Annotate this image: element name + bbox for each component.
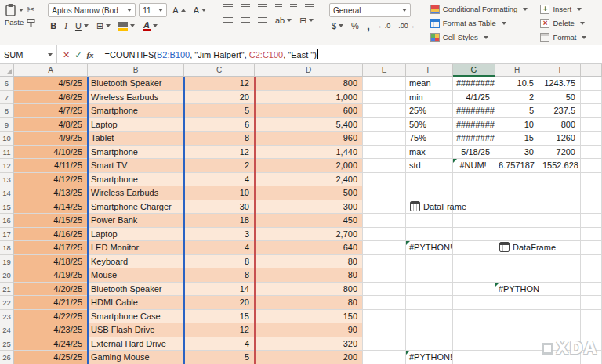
cell-F18[interactable]: #PYTHON! [406,241,453,255]
font-size-select[interactable]: 11 [139,3,167,17]
cell-E10[interactable] [363,132,406,146]
cell-A17[interactable]: 4/16/25 [14,228,88,242]
cell-G25[interactable] [453,337,495,351]
cell-F16[interactable] [406,214,453,228]
decrease-indent-button[interactable] [273,3,285,12]
cell-F8[interactable]: 25% [406,104,453,118]
cell-D16[interactable]: 450 [255,214,363,228]
cell-H16[interactable] [495,214,539,228]
underline-button[interactable]: U [73,20,91,32]
cell-B24[interactable]: USB Flash Drive [88,323,184,337]
cell-F7[interactable]: min [406,91,453,105]
cell-A7[interactable]: 4/6/25 [14,91,88,105]
row-header-8[interactable]: 8 [0,104,14,118]
align-bottom-button[interactable] [256,3,270,12]
cell-H10[interactable]: 15 [495,132,539,146]
cell-B26[interactable]: Gaming Mouse [88,351,184,364]
cell-F13[interactable] [406,173,453,187]
cell-F9[interactable]: 50% [406,118,453,132]
cell-H7[interactable]: 2 [495,91,539,105]
cell-D18[interactable]: 640 [255,241,363,255]
align-top-button[interactable] [221,3,235,12]
increase-decimal-button[interactable]: ←.0 [375,20,393,32]
cell-D9[interactable]: 5,400 [255,118,363,132]
cell-D21[interactable]: 800 [255,283,363,297]
cell-D12[interactable]: 2,000 [255,159,363,173]
decrease-font-button[interactable]: A [191,4,209,16]
column-header-C[interactable]: C [184,64,255,77]
cell-J8[interactable] [581,104,602,118]
cell-A12[interactable]: 4/11/25 [14,159,88,173]
font-color-button[interactable]: A [140,20,160,32]
cell-G24[interactable] [453,323,495,337]
format-as-table-button[interactable]: Format as Table [430,17,528,29]
cell-C24[interactable]: 12 [184,323,255,337]
cell-I6[interactable]: 1243.75 [539,77,581,91]
cell-J20[interactable] [581,268,602,283]
row-header-6[interactable]: 6 [0,77,14,91]
cell-B23[interactable]: Smartphone Case [88,310,184,324]
paste-button[interactable] [5,3,24,16]
cell-E8[interactable] [363,104,406,118]
merge-center-button[interactable]: ⊟ [297,14,316,27]
cell-E13[interactable] [363,173,406,187]
cell-A26[interactable]: 4/25/25 [14,351,88,364]
cell-H18[interactable]: DataFrame [495,241,539,255]
cell-J23[interactable] [581,310,602,324]
cell-E24[interactable] [363,323,406,337]
cell-I17[interactable] [539,228,581,242]
cell-C19[interactable]: 8 [184,255,255,269]
row-header-23[interactable]: 23 [0,310,14,324]
row-header-14[interactable]: 14 [0,186,14,200]
align-right-button[interactable] [256,16,270,25]
row-header-13[interactable]: 13 [0,173,14,187]
cell-B22[interactable]: HDMI Cable [88,296,184,310]
cell-B11[interactable]: Smartphone [88,146,184,160]
cell-J10[interactable] [581,132,602,146]
cell-D17[interactable]: 2,700 [255,228,363,242]
row-header-16[interactable]: 16 [0,214,14,228]
cell-C26[interactable]: 5 [184,351,255,364]
conditional-formatting-button[interactable]: Conditional Formatting [430,3,528,15]
cell-A24[interactable]: 4/23/25 [14,323,88,337]
cell-F21[interactable] [406,283,453,297]
cell-B8[interactable]: Smartphone [88,104,184,118]
cell-D19[interactable]: 80 [255,255,363,269]
cell-A20[interactable]: 4/19/25 [14,268,88,283]
cell-J24[interactable] [581,323,602,337]
row-header-17[interactable]: 17 [0,228,14,242]
cell-E22[interactable] [363,296,406,310]
column-header-F[interactable]: F [406,64,453,77]
row-header-25[interactable]: 25 [0,337,14,351]
cell-G19[interactable] [453,255,495,269]
cell-D11[interactable]: 1,440 [255,146,363,160]
row-header-12[interactable]: 12 [0,159,14,173]
cell-C21[interactable]: 14 [184,283,255,297]
cell-H26[interactable] [495,351,539,364]
cell-B10[interactable]: Tablet [88,132,184,146]
align-center-button[interactable] [238,16,252,25]
comma-style-button[interactable]: , [364,20,372,32]
row-header-15[interactable]: 15 [0,200,14,214]
cell-F15[interactable]: DataFrame [406,200,453,214]
cell-F25[interactable] [406,337,453,351]
cell-A10[interactable]: 4/9/25 [14,132,88,146]
cell-H14[interactable] [495,186,539,200]
cell-A14[interactable]: 4/13/25 [14,186,88,200]
decrease-decimal-button[interactable]: .00→ [396,20,418,32]
cell-J7[interactable] [581,91,602,105]
cell-J18[interactable] [581,241,602,255]
cell-C15[interactable]: 30 [184,200,255,214]
column-header-G[interactable]: G [453,64,495,77]
row-header-18[interactable]: 18 [0,241,14,255]
insert-function-icon[interactable]: fx [86,50,93,59]
cell-C12[interactable]: 2 [184,159,255,173]
cell-G22[interactable] [453,296,495,310]
column-header-blank[interactable] [581,64,602,77]
cell-H19[interactable] [495,255,539,269]
cell-B20[interactable]: Mouse [88,268,184,283]
cell-F12[interactable]: std [406,159,453,173]
cell-J12[interactable] [581,159,602,173]
cell-C10[interactable]: 8 [184,132,255,146]
percent-style-button[interactable]: % [349,20,361,32]
